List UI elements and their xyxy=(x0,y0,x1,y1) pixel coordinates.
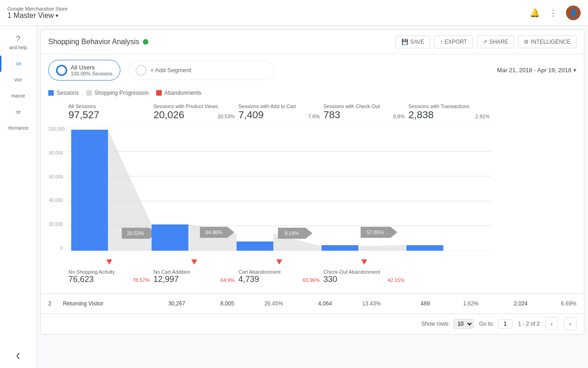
sidebar-item-label: and help xyxy=(9,45,27,50)
sidebar-item-behavior2[interactable]: vior xyxy=(0,72,36,88)
sidebar-item-label: mance xyxy=(11,93,25,98)
export-label: EXPORT xyxy=(445,39,467,45)
report-container: Shopping Behavior Analysis 💾 SAVE ↑ EXPO… xyxy=(40,29,584,334)
segment-pct: 100.00% Sessions xyxy=(71,71,113,76)
y-label-4: 20,000 xyxy=(48,222,63,227)
more-options-icon[interactable]: ⋮ xyxy=(548,7,559,18)
prev-page-button[interactable]: ‹ xyxy=(545,317,558,330)
show-rows-control: Show rows: 10 25 50 xyxy=(421,319,474,329)
intelligence-icon: ⚙ xyxy=(524,39,529,45)
table-transactions: 2,024 xyxy=(479,300,527,307)
svg-text:20.53%: 20.53% xyxy=(127,230,144,236)
bar-product-views[interactable] xyxy=(152,224,188,251)
abandon-label-0: No Shopping Activity xyxy=(68,269,150,275)
abandon-pct-0: 78.57% xyxy=(133,277,150,283)
export-button[interactable]: ↑ EXPORT xyxy=(434,35,473,48)
share-icon: ↗ xyxy=(483,39,487,45)
abandon-pct-2: 63.96% xyxy=(303,277,320,283)
add-segment-label: + Add Segment xyxy=(150,67,191,74)
bar-checkout[interactable] xyxy=(322,245,358,251)
col-header-2: Sessions with Add to Cart 7,409 7.6% xyxy=(237,100,322,125)
sidebar-item-label: vior xyxy=(14,77,22,82)
sidebar-item-behavior[interactable]: ior xyxy=(0,56,36,72)
table-product-pct: 26.45% xyxy=(234,300,283,307)
chart-svg-area: 100,000 80,000 60,000 40,000 20,000 0 xyxy=(48,126,577,251)
abandon-col-1: 🔻 No Cart Addition 12,997 64.9% xyxy=(152,254,237,286)
goto-control: Go to: xyxy=(479,319,513,328)
progression-legend-label: Shopping Progression xyxy=(95,90,149,96)
table-area: 2 Returning Visitor 30,267 8,005 26.45% … xyxy=(41,293,584,313)
abandon-col-0: 🔻 No Shopping Activity 76,623 78.57% xyxy=(67,254,152,286)
top-nav: Google Merchandise Store 1 Master View ▾… xyxy=(0,0,588,26)
y-label-0: 100,000 xyxy=(48,126,63,132)
sidebar-item-help[interactable]: ? and help xyxy=(0,29,36,56)
sidebar-item-performance2[interactable]: rformance xyxy=(0,120,36,136)
help-icon: ? xyxy=(16,35,20,43)
nav-left: Google Merchandise Store 1 Master View ▾ xyxy=(7,6,68,20)
col-header-0: All Sessions 97,527 xyxy=(67,100,152,125)
col-pct-1: 20.53% xyxy=(218,114,235,119)
sidebar-item-performance[interactable]: mance xyxy=(0,88,36,104)
col-value-3: 783 xyxy=(323,109,340,121)
svg-text:34.46%: 34.46% xyxy=(205,230,222,235)
chart-column-headers: All Sessions 97,527 Sessions with Produc… xyxy=(67,100,577,125)
col-header-1: Sessions with Product Views 20,026 20.53… xyxy=(152,100,237,125)
col-pct-4: 2.91% xyxy=(475,114,490,119)
abandon-arrow-0: 🔻 xyxy=(68,256,150,267)
col-title-3: Sessions with Check-Out xyxy=(323,104,405,109)
sidebar: ? and help ior vior mance ce rformance ❮ xyxy=(0,26,37,368)
bar-transactions[interactable] xyxy=(407,245,443,251)
notifications-icon[interactable]: 🔔 xyxy=(529,7,540,18)
col-title-4: Sessions with Transactions xyxy=(408,104,490,109)
bar-add-to-cart[interactable] xyxy=(237,242,273,251)
svg-text:57.85%: 57.85% xyxy=(367,230,384,235)
sessions-color-swatch xyxy=(48,90,54,96)
table-checkout: 489 xyxy=(381,300,430,307)
abandon-col-3: 🔻 Check-Out Abandonment 330 42.15% xyxy=(322,254,407,286)
col-value-4: 2,838 xyxy=(408,109,434,121)
sidebar-collapse-button[interactable]: ❮ xyxy=(0,346,36,364)
legend-abandonments: Abandonments xyxy=(156,90,202,96)
add-segment-circle-icon xyxy=(136,65,147,76)
sessions-legend-label: Sessions xyxy=(57,90,79,96)
arrow-1: 20.53% xyxy=(122,228,156,239)
abandonments-legend-label: Abandonments xyxy=(164,90,202,96)
share-label: SHARE xyxy=(489,39,508,45)
abandon-label-1: No Cart Addition xyxy=(153,269,235,275)
col-title-1: Sessions with Product Views xyxy=(153,104,235,109)
add-segment-button[interactable]: + Add Segment xyxy=(128,61,275,80)
all-users-segment[interactable]: All Users 100.00% Sessions xyxy=(48,60,120,80)
view-selector[interactable]: 1 Master View ▾ xyxy=(7,12,68,20)
next-page-button[interactable]: › xyxy=(564,317,577,330)
goto-label: Go to: xyxy=(479,321,494,327)
y-label-2: 60,000 xyxy=(48,174,63,179)
col-title-2: Sessions with Add to Cart xyxy=(238,104,320,109)
save-button[interactable]: 💾 SAVE xyxy=(396,35,430,48)
col-value-2: 7,409 xyxy=(238,109,264,121)
table-checkout-pct: 1.62% xyxy=(430,300,479,307)
table-segment[interactable]: Returning Visitor xyxy=(63,300,136,307)
view-dropdown-arrow: ▾ xyxy=(56,12,58,19)
legend-sessions: Sessions xyxy=(48,90,79,96)
store-name: Google Merchandise Store xyxy=(7,6,68,12)
share-button[interactable]: ↗ SHARE xyxy=(477,35,514,48)
collapse-icon: ❮ xyxy=(16,352,21,359)
table-product-views: 8,005 xyxy=(185,300,234,307)
sidebar-item-ce[interactable]: ce xyxy=(0,104,36,120)
nav-right: 🔔 ⋮ 👤 xyxy=(529,6,581,20)
date-range-picker[interactable]: Mar 21, 2018 - Apr 19, 2018 ▾ xyxy=(497,67,577,74)
intelligence-button[interactable]: ⚙ INTELLIGENCE xyxy=(518,35,577,48)
page-info: 1 - 2 of 2 xyxy=(518,321,540,327)
abandon-arrow-2: 🔻 xyxy=(238,256,320,267)
table-transactions-pct: 6.69% xyxy=(528,300,577,307)
abandon-col-2: 🔻 Cart Abandonment 4,739 63.96% xyxy=(237,254,322,286)
abandon-pct-3: 42.15% xyxy=(388,277,405,283)
y-label-1: 80,000 xyxy=(48,150,63,155)
abandonment-row: 🔻 No Shopping Activity 76,623 78.57% 🔻 N… xyxy=(67,254,577,286)
avatar[interactable]: 👤 xyxy=(566,6,581,20)
bar-all-sessions[interactable] xyxy=(71,130,108,251)
y-label-3: 40,000 xyxy=(48,198,63,203)
goto-input[interactable] xyxy=(498,319,513,328)
rows-select[interactable]: 10 25 50 xyxy=(453,319,474,329)
date-range-arrow: ▾ xyxy=(573,67,577,74)
